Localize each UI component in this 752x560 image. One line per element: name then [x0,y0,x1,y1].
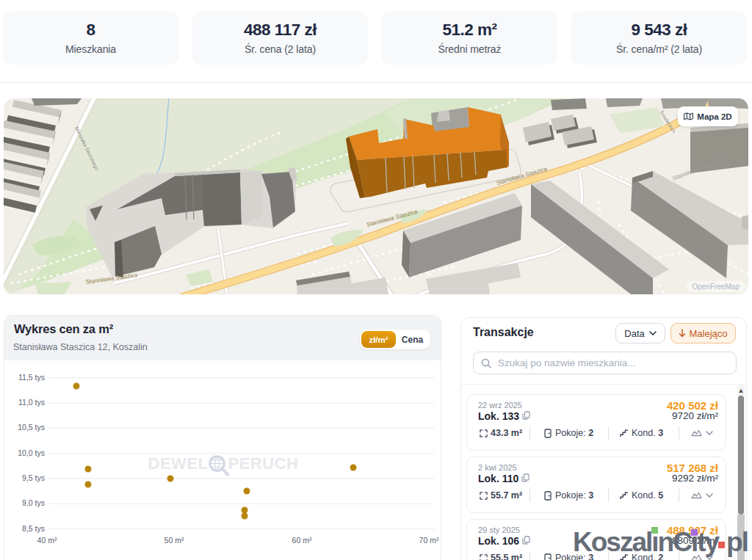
svg-text:8,5 tys: 8,5 tys [22,524,45,533]
svg-text:60 m²: 60 m² [292,536,312,545]
svg-text:9,0 tys: 9,0 tys [22,498,45,507]
svg-text:10,0 tys: 10,0 tys [18,448,45,457]
svg-text:11,0 tys: 11,0 tys [18,398,45,407]
svg-text:11,5 tys: 11,5 tys [18,373,45,382]
svg-text:50 m²: 50 m² [164,536,184,545]
svg-text:9,5 tys: 9,5 tys [22,473,45,482]
svg-text:40 m²: 40 m² [37,536,57,545]
svg-text:10,5 tys: 10,5 tys [18,423,45,432]
svg-text:70 m²: 70 m² [419,536,439,545]
